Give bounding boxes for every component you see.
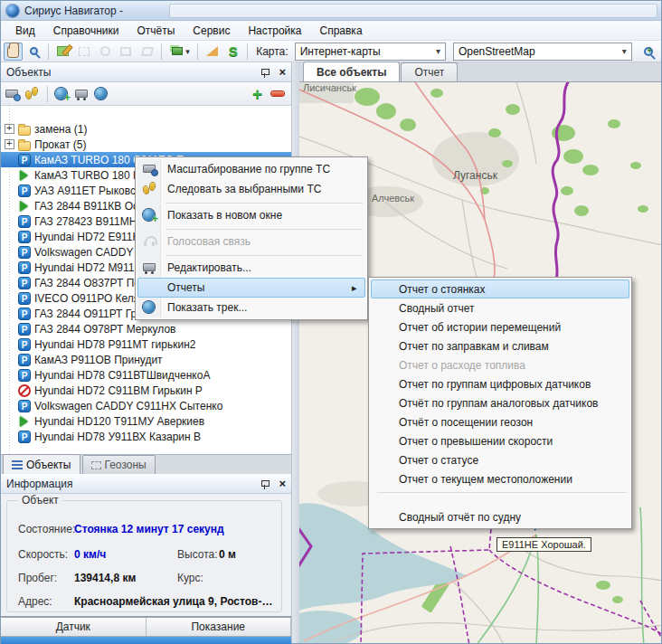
context-menu-item[interactable] (137, 199, 365, 205)
sensor-column-header[interactable]: Датчик (1, 618, 147, 636)
add-object-button[interactable]: + (252, 85, 262, 102)
submenu-item[interactable]: Отчёт по группам аналоговых датчиков (371, 393, 629, 412)
ruler-button[interactable] (203, 43, 222, 61)
tree-expander[interactable] (5, 324, 14, 334)
sensor-selected-row[interactable] (1, 637, 291, 644)
vehicle-status-icon (18, 246, 31, 259)
tree-item[interactable]: Volkswagen CADDY С911НХ Сытенко (1, 398, 291, 413)
submenu-item[interactable]: Сводный отчет (371, 298, 629, 317)
pin-icon[interactable] (260, 67, 270, 78)
map-provider-combo[interactable]: OpenStreetMap ▾ (453, 43, 632, 61)
context-menu-item[interactable]: Голосовая связь (137, 232, 365, 251)
context-menu-item[interactable] (137, 225, 365, 232)
tree-expander[interactable] (5, 232, 14, 242)
context-menu-item[interactable] (137, 251, 365, 258)
zoom-tool-button[interactable] (24, 43, 43, 61)
vehicle-icon[interactable] (74, 87, 90, 101)
context-menu-item[interactable]: Редактировать... (137, 258, 365, 278)
tree-expander[interactable] (5, 155, 14, 165)
submenu-item[interactable]: Отчет о стоянках (371, 279, 629, 298)
close-icon[interactable]: × (279, 66, 286, 78)
layers-button[interactable]: ▾ (166, 43, 193, 61)
circle-geozone-button[interactable] (96, 43, 115, 61)
tree-expander[interactable] (5, 416, 14, 426)
submenu-item[interactable]: Отчет об истории перемещений (371, 317, 629, 336)
submenu-item[interactable]: Отчет о статусе (371, 450, 629, 469)
map-tab[interactable]: Все объекты (303, 62, 400, 81)
tree-expander[interactable] (5, 185, 14, 195)
polygon-geozone-button[interactable] (137, 43, 156, 61)
menubar-item[interactable]: Сервис (184, 22, 239, 40)
tree-item[interactable]: КамАЗ Р911ОВ Принудит (1, 352, 291, 367)
tree-expander[interactable] (5, 370, 14, 380)
pin-icon[interactable] (260, 478, 270, 489)
panel-tab[interactable]: Объекты (3, 454, 80, 474)
tree-expander[interactable] (5, 262, 14, 272)
tree-expander[interactable] (5, 247, 14, 257)
context-menu-item[interactable]: Показать трек... (137, 298, 365, 317)
tree-item[interactable]: Hyundai HD78 Р911МТ гирькин2 (1, 336, 291, 352)
rect-geozone-button[interactable] (117, 43, 136, 61)
menubar-item[interactable]: Справочники (44, 22, 128, 40)
sensor-column-header[interactable]: Показание (147, 618, 292, 636)
tree-expander[interactable] (5, 201, 14, 211)
tree-expander[interactable] (5, 124, 14, 134)
context-menu-item[interactable]: Показать в новом окне (137, 205, 365, 225)
context-menu-item[interactable]: Отчеты (137, 278, 365, 298)
submenu-item[interactable]: Отчет о превышении скорости (371, 431, 629, 450)
panel-tab[interactable]: Геозоны (82, 455, 156, 474)
submenu-item[interactable]: Отчет по заправкам и сливам (371, 336, 629, 355)
tree-item-label: ГАЗ 278423 В911МН (34, 215, 137, 228)
tree-expander[interactable] (5, 293, 14, 303)
menu-item-label: Голосовая связь (167, 235, 251, 248)
window-title: Сириус Навигатор - (24, 5, 123, 17)
menubar-item[interactable]: Отчёты (128, 22, 184, 40)
titlebar[interactable]: Сириус Навигатор - (1, 1, 661, 21)
hand-tool-button[interactable] (4, 43, 23, 61)
tree-expander[interactable] (5, 139, 14, 149)
tree-expander[interactable] (5, 401, 14, 411)
select-region-button[interactable] (74, 43, 93, 61)
follow-icon[interactable] (24, 87, 41, 101)
tree-expander[interactable] (5, 308, 14, 318)
submenu-item[interactable]: Сводный отчёт по судну (371, 507, 629, 526)
map-edit-button[interactable] (53, 43, 72, 61)
submenu-item[interactable]: Отчёт о посещении геозон (371, 412, 629, 431)
tree-item[interactable]: Hyundai HD72 С911ВМ Гирькин Р (1, 383, 291, 398)
globe-add-icon[interactable] (54, 87, 71, 101)
globe-icon[interactable] (94, 87, 110, 101)
tree-expander[interactable] (5, 170, 14, 180)
submenu-item[interactable]: Отчет по группам цифровых датчиков (371, 374, 629, 393)
context-menu-item[interactable]: Следовать за выбранными ТС (137, 179, 365, 199)
tree-expander[interactable] (5, 355, 14, 365)
close-icon[interactable]: × (279, 478, 286, 489)
find-vehicle-icon[interactable] (5, 87, 21, 101)
vehicle-status-icon (20, 170, 28, 181)
tree-expander[interactable] (5, 431, 14, 441)
map-type-combo[interactable]: Интернет-карты ▾ (295, 43, 446, 61)
submenu-item[interactable] (371, 488, 629, 507)
tree-expander[interactable] (5, 216, 14, 226)
tree-item[interactable]: Hyundai HD120 Т911МУ Аверкиев (1, 413, 291, 429)
tree-item[interactable]: Hyundai HD78 У911ВХ Казарин В (1, 429, 291, 444)
panel-splitter[interactable] (292, 62, 299, 643)
remove-object-button[interactable] (271, 91, 284, 96)
tree-expander[interactable] (5, 278, 14, 288)
tree-expander[interactable] (5, 339, 14, 349)
menubar-item[interactable]: Справка (310, 22, 371, 40)
tree-item[interactable]: замена (1) (1, 121, 291, 137)
submenu-item-label: Отчёт по группам аналоговых датчиков (399, 397, 598, 410)
route-button[interactable]: S (223, 43, 242, 61)
tree-item[interactable]: Прокат (5) (1, 137, 291, 152)
map-search-button[interactable] (639, 43, 658, 61)
tree-item[interactable]: ГАЗ 2844 О978РТ Меркулов (1, 321, 291, 336)
tree-expander[interactable] (5, 385, 14, 395)
map-tab[interactable]: Отчет (401, 62, 458, 81)
menubar-item[interactable]: Вид (6, 22, 44, 40)
submenu-item[interactable]: Отчет о текущем местоположении (371, 469, 629, 488)
toolbar-separator (48, 43, 49, 60)
context-menu-item[interactable]: Масштабирование по группе ТС (137, 159, 365, 179)
tree-item[interactable]: Hyundai HD78 С911ВТШвидченкоА (1, 367, 291, 383)
menubar-item[interactable]: Настройка (239, 22, 310, 40)
submenu-item[interactable]: Отчет о расходе топлива (371, 355, 629, 374)
